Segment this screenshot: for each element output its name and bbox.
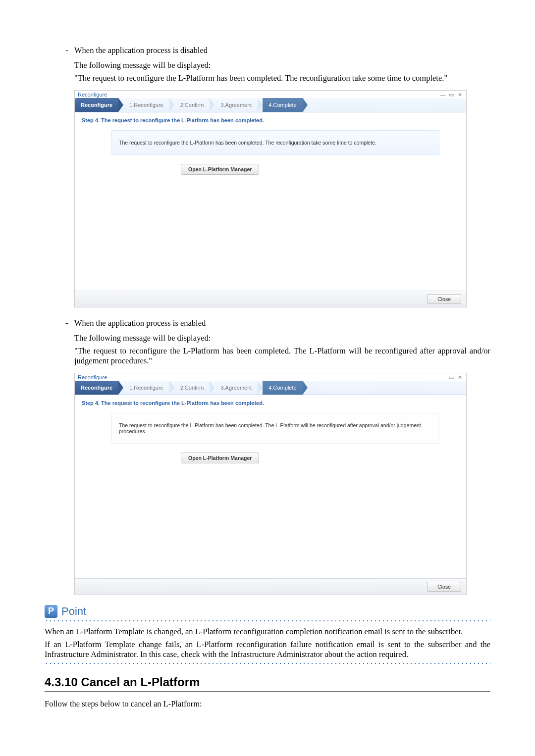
window-title: Reconfigure [78, 92, 107, 98]
tab-step3-2[interactable]: 3.Agreement [214, 381, 258, 395]
bullet-enabled: When the application process is enabled [74, 317, 490, 329]
tab-step1[interactable]: 1.Reconfigure [123, 98, 169, 112]
tab-step2-2[interactable]: 2.Confirm [174, 381, 210, 395]
point-p2: If an L-Platform Template change fails, … [45, 640, 490, 659]
section-heading: 4.3.10 Cancel an L-Platform [45, 675, 490, 692]
open-lplatform-manager-button[interactable]: Open L-Platform Manager [181, 164, 259, 175]
close-icon-2[interactable]: ✕ [456, 374, 463, 381]
tab-step1-2[interactable]: 1.Reconfigure [123, 381, 169, 395]
quote-enabled: "The request to reconfigure the L-Platfo… [45, 346, 490, 366]
tab-step2[interactable]: 2.Confirm [174, 98, 210, 112]
tab-step4-2[interactable]: 4.Complete [263, 381, 302, 395]
section-rule [45, 691, 490, 692]
point-divider-top [45, 620, 490, 622]
close-button-2[interactable]: Close [427, 582, 461, 592]
minimize-icon-2[interactable]: — [439, 374, 446, 380]
section-title: 4.3.10 Cancel an L-Platform [45, 675, 490, 689]
tab-step3[interactable]: 3.Agreement [214, 98, 258, 112]
point-body: When an L-Platform Template is changed, … [45, 627, 490, 659]
point-label: Point [61, 605, 86, 618]
close-button[interactable]: Close [427, 294, 461, 304]
quote-disabled: "The request to reconfigure the L-Platfo… [45, 73, 490, 83]
maximize-icon[interactable]: ▭ [448, 92, 455, 98]
open-lplatform-manager-button-2[interactable]: Open L-Platform Manager [181, 453, 259, 463]
point-icon: P [45, 605, 57, 618]
close-icon[interactable]: ✕ [456, 92, 463, 98]
bullet-disabled-text: When the application process is disabled [74, 46, 208, 55]
point-divider-bottom [45, 662, 490, 664]
completion-message-enabled: The request to reconfigure the L-Platfor… [111, 413, 439, 444]
followup-2: The following message will be displayed: [45, 333, 490, 343]
step-line-2: Step 4. The request to reconfigure the L… [82, 400, 459, 406]
wizard-tabs-2: Reconfigure 1.Reconfigure 2.Confirm 3.Ag… [75, 381, 466, 395]
followup-1: The following message will be displayed: [45, 60, 490, 70]
point-heading: P Point [45, 605, 490, 618]
tab-step4[interactable]: 4.Complete [263, 98, 302, 112]
window-controls: — ▭ ✕ [439, 92, 463, 98]
bullet-disabled: When the application process is disabled [74, 45, 490, 56]
bullet-enabled-text: When the application process is enabled [74, 318, 206, 328]
window-controls-2: — ▭ ✕ [439, 374, 463, 381]
screenshot-reconfigure-disabled: Reconfigure — ▭ ✕ Reconfigure 1.Reconfig… [74, 90, 467, 307]
section-intro: Follow the steps below to cancel an L-Pl… [45, 699, 490, 709]
minimize-icon[interactable]: — [439, 92, 446, 98]
completion-message: The request to reconfigure the L-Platfor… [111, 130, 439, 155]
tab-reconfigure-active[interactable]: Reconfigure [75, 98, 118, 112]
point-p1: When an L-Platform Template is changed, … [45, 627, 490, 637]
step-line: Step 4. The request to reconfigure the L… [82, 117, 459, 123]
wizard-tabs: Reconfigure 1.Reconfigure 2.Confirm 3.Ag… [75, 98, 466, 112]
screenshot-reconfigure-enabled: Reconfigure — ▭ ✕ Reconfigure 1.Reconfig… [74, 373, 467, 595]
tab-reconfigure-active-2[interactable]: Reconfigure [75, 381, 118, 395]
window-title-2: Reconfigure [78, 374, 107, 380]
maximize-icon-2[interactable]: ▭ [448, 374, 455, 381]
